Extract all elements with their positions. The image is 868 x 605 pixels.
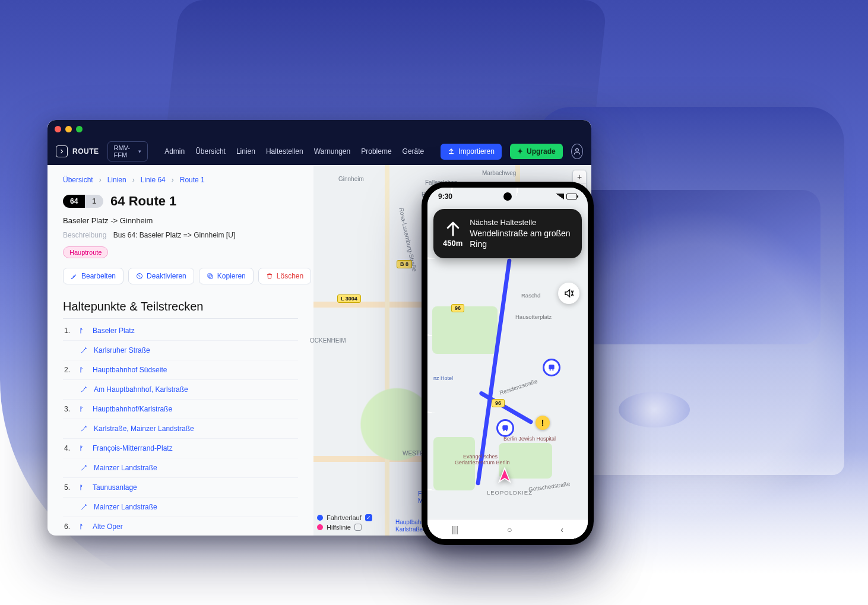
phone-screen[interactable]: 9:30 450m Nächste Haltestelle Wendel xyxy=(427,188,588,539)
topbar: ROUTE RMV-FFM ▾ Admin Übersicht Linien H… xyxy=(47,138,591,165)
svg-point-8 xyxy=(503,430,505,431)
pencil-icon xyxy=(71,273,78,280)
trash-icon xyxy=(266,273,273,280)
description-label: Beschreibung xyxy=(63,231,106,239)
crumb-overview[interactable]: Übersicht xyxy=(63,176,93,184)
stop-row[interactable]: 6. Alte Oper xyxy=(63,517,298,536)
road-shield: L 3004 xyxy=(337,294,361,303)
legend-route-label: Fahrtverlauf xyxy=(327,514,362,521)
poi-label: Berlin Jewish Hospital xyxy=(503,436,556,442)
svg-point-5 xyxy=(550,369,551,370)
nav-admin[interactable]: Admin xyxy=(164,147,185,156)
poi-label: nz Hotel xyxy=(433,375,453,381)
stop-name: Baseler Platz xyxy=(93,327,135,335)
ban-icon xyxy=(136,273,143,280)
svg-rect-7 xyxy=(502,425,508,430)
deactivate-button[interactable]: Deaktivieren xyxy=(128,268,194,284)
svg-point-0 xyxy=(575,148,578,151)
sparkle-icon: ✦ xyxy=(517,147,523,156)
import-label: Importieren xyxy=(458,147,495,156)
action-row: Bearbeiten Deaktivieren Kopieren xyxy=(63,268,298,284)
district-label: LEOPOLDKIEZ xyxy=(487,489,533,496)
svg-rect-2 xyxy=(209,275,213,278)
stop-row[interactable]: 3. Hauptbahnhof/Karlstraße xyxy=(63,400,298,419)
mute-button[interactable] xyxy=(558,283,579,304)
nav-lines[interactable]: Linien xyxy=(236,147,255,156)
route-variant-pill: 1 xyxy=(85,195,103,208)
map-stop-label: Karlstraße xyxy=(395,526,423,533)
arrow-up-icon xyxy=(444,220,462,237)
copy-button[interactable]: Kopieren xyxy=(199,268,254,284)
phone-camera-notch xyxy=(503,192,512,201)
segment-row[interactable]: Karlstraße, Mainzer Landstraße xyxy=(63,419,298,439)
nav-overview[interactable]: Übersicht xyxy=(195,147,226,156)
street-label: Hausotterplatz xyxy=(515,313,552,320)
nav-devices[interactable]: Geräte xyxy=(403,147,425,156)
upload-icon xyxy=(448,147,455,156)
stops-heading: Haltepunkte & Teilstrecken xyxy=(63,300,298,319)
segment-name: Karlsruher Straße xyxy=(94,346,150,354)
window-close-button[interactable] xyxy=(55,126,61,132)
edit-button[interactable]: Bearbeiten xyxy=(63,268,123,284)
detail-pane: Übersicht› Linien› Linie 64› Route 1 64 … xyxy=(47,165,313,536)
legend-dot-route xyxy=(317,515,323,521)
phone-clock: 9:30 xyxy=(438,192,452,201)
segment-row[interactable]: Mainzer Landstraße xyxy=(63,458,298,478)
current-position-cursor xyxy=(496,467,513,483)
upgrade-button[interactable]: ✦ Upgrade xyxy=(510,144,563,159)
stop-row[interactable]: 4. François-Mitterrand-Platz xyxy=(63,439,298,458)
nav-stops[interactable]: Haltestellen xyxy=(266,147,303,156)
segment-row[interactable]: Am Hauptbahnhof, Karlstraße xyxy=(63,380,298,400)
legend-aux-checkbox[interactable] xyxy=(354,524,362,531)
legend-route-checkbox[interactable]: ✓ xyxy=(365,514,372,521)
stop-row[interactable]: 5. Taunusanlage xyxy=(63,478,298,498)
android-recents-button[interactable]: ||| xyxy=(452,525,458,534)
map-label: Marbachweg xyxy=(482,170,516,176)
window-minimize-button[interactable] xyxy=(65,126,72,132)
delete-button[interactable]: Löschen xyxy=(258,268,311,284)
nav-distance: 450m xyxy=(443,239,462,248)
crumb-lines[interactable]: Linien xyxy=(107,176,126,184)
stop-icon xyxy=(78,522,87,531)
svg-point-6 xyxy=(552,369,553,370)
nav-problems[interactable]: Probleme xyxy=(361,147,391,156)
window-maximize-button[interactable] xyxy=(76,126,83,132)
segment-icon xyxy=(80,346,88,354)
segment-icon xyxy=(80,503,88,511)
route-number-pill: 64 1 xyxy=(63,195,103,208)
brand-logo-icon xyxy=(56,145,68,157)
copy-icon xyxy=(207,273,214,280)
road-shield: 96 xyxy=(451,304,464,312)
account-button[interactable] xyxy=(571,144,583,159)
legend-dot-aux xyxy=(317,524,323,530)
nav-destination: Wendelinstraße am großen Ring xyxy=(470,228,572,251)
svg-marker-10 xyxy=(499,468,511,482)
svg-rect-4 xyxy=(549,365,554,369)
stop-icon xyxy=(78,444,87,452)
warning-marker[interactable]: ! xyxy=(536,416,550,430)
crumb-line-64[interactable]: Linie 64 xyxy=(141,176,166,184)
brand-name: ROUTE xyxy=(72,147,99,156)
map-legend: Fahrtverlauf ✓ Hilfslinie xyxy=(317,513,372,532)
battery-icon xyxy=(566,194,577,199)
route-direction: Baseler Platz -> Ginnheim xyxy=(63,216,298,225)
stop-row[interactable]: 1. Baseler Platz xyxy=(63,321,298,341)
segment-row[interactable]: Karlsruher Straße xyxy=(63,341,298,360)
segment-row[interactable]: Mainzer Landstraße xyxy=(63,498,298,517)
upgrade-label: Upgrade xyxy=(527,147,556,156)
bus-stop-marker[interactable] xyxy=(496,419,514,437)
road-shield: 96 xyxy=(492,399,505,407)
crumb-route-1[interactable]: Route 1 xyxy=(180,176,205,184)
window-traffic-lights xyxy=(47,120,591,138)
poi-label: Geriatriezentrum Berlin xyxy=(455,460,510,465)
zoom-in-button[interactable]: + xyxy=(573,170,586,183)
tenant-dropdown[interactable]: RMV-FFM ▾ xyxy=(107,141,148,161)
stop-row[interactable]: 2. Hauptbahnhof Südseite xyxy=(63,360,298,380)
bus-stop-marker[interactable] xyxy=(543,359,560,376)
nav-next-stop-label: Nächste Haltestelle xyxy=(470,217,572,228)
android-home-button[interactable]: ○ xyxy=(507,525,512,534)
import-button[interactable]: Importieren xyxy=(441,144,502,160)
map-label: Ginnheim xyxy=(338,176,364,182)
android-back-button[interactable]: ‹ xyxy=(560,525,563,534)
nav-warnings[interactable]: Warnungen xyxy=(314,147,351,156)
